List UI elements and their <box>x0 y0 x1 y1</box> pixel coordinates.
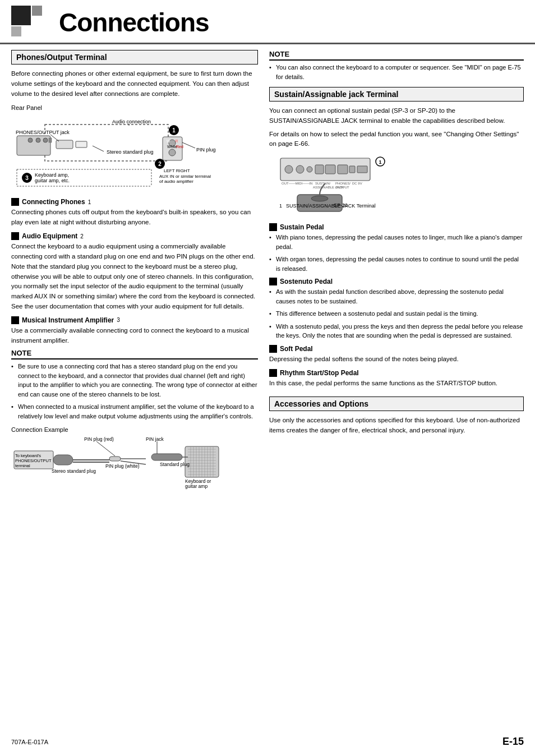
rhythm-pedal-text: In this case, the pedal performs the sam… <box>269 379 524 389</box>
left-note-content: Be sure to use a connecting cord that ha… <box>11 362 258 421</box>
svg-text:DC 9V: DC 9V <box>352 182 362 185</box>
svg-text:Audio connection: Audio connection <box>112 119 151 125</box>
svg-line-80 <box>96 441 115 456</box>
sostenuto-item-1: As with the sustain pedal function descr… <box>269 287 524 306</box>
svg-rect-86 <box>315 165 324 174</box>
svg-rect-75 <box>151 454 182 460</box>
connecting-phones-heading: Connecting Phones 1 <box>11 198 258 206</box>
sustain-pedal-item-2: With organ tones, depressing the pedal c… <box>269 255 524 273</box>
svg-rect-90 <box>357 166 367 173</box>
left-note-title: NOTE <box>11 349 258 359</box>
phones-title: Phones/Output Terminal <box>16 53 253 62</box>
musical-amp-text: Use a commercially available connecting … <box>11 326 258 346</box>
svg-rect-0 <box>11 6 31 25</box>
footer-code: 707A-E-017A <box>11 739 48 745</box>
right-note-box: NOTE You can also connect the keyboard t… <box>269 50 524 81</box>
svg-text:PHONES/OUTPUT: PHONES/OUTPUT <box>15 458 52 463</box>
svg-rect-8 <box>49 138 52 142</box>
rear-panel-label: Rear Panel <box>11 104 258 111</box>
accessories-title: Accessories and Options <box>274 399 519 408</box>
sustain-diagram: OUT——MIDI——IN SUSTAIN/ ASSIGNABLE JACK P… <box>269 153 524 219</box>
svg-text:PHONES/: PHONES/ <box>335 182 350 185</box>
svg-rect-51 <box>109 457 121 461</box>
musical-amp-heading: Musical Instrument Amplifier 3 <box>11 316 258 324</box>
audio-equipment-text: Connect the keyboard to a audio equipmen… <box>11 242 258 312</box>
right-note-title: NOTE <box>269 50 524 61</box>
svg-text:guitar amp, etc.: guitar amp, etc. <box>35 178 70 183</box>
left-column: Phones/Output Terminal Before connecting… <box>11 50 258 493</box>
svg-point-84 <box>296 165 304 173</box>
rhythm-pedal-heading: Rhythm Start/Stop Pedal <box>269 369 524 377</box>
accessories-text: Use only the accessories and options spe… <box>269 416 524 436</box>
right-column: NOTE You can also connect the keyboard t… <box>269 50 524 493</box>
sostenuto-pedal-heading: Sostenuto Pedal <box>269 278 524 285</box>
svg-text:OUTPUT: OUTPUT <box>335 186 349 189</box>
svg-text:1: 1 <box>172 127 176 133</box>
sustain-pedal-content: With piano tones, depressing the pedal c… <box>269 233 524 273</box>
svg-text:Standard plug: Standard plug <box>160 462 190 467</box>
sustain-pedal-heading: Sustain Pedal <box>269 223 524 231</box>
sustain-section-heading: Sustain/Assignable jack Terminal <box>269 87 524 102</box>
svg-rect-6 <box>36 138 40 142</box>
page-footer: 707A-E-017A E-15 <box>11 736 524 748</box>
left-note-item-2: When connected to a musical instrument a… <box>11 402 258 421</box>
svg-text:1: 1 <box>379 159 381 165</box>
soft-pedal-heading: Soft Pedal <box>269 345 524 353</box>
phones-section-heading: Phones/Output Terminal <box>11 50 258 64</box>
page-title: Connections <box>59 7 209 38</box>
svg-text:of audio amplifier: of audio amplifier <box>159 179 193 184</box>
svg-point-85 <box>307 167 312 172</box>
sustain-intro: You can connect an optional sustain peda… <box>269 106 524 126</box>
svg-text:SUSTAIN/ASSIGNABLE JACK Termin: SUSTAIN/ASSIGNABLE JACK Terminal <box>286 203 376 209</box>
connection-example-label: Connection Example <box>11 426 258 433</box>
svg-line-14 <box>93 146 104 151</box>
svg-text:OUT——MIDI——IN: OUT——MIDI——IN <box>282 182 312 185</box>
phones-intro: Before connecting phones or other extern… <box>11 69 258 99</box>
footer-page: E-15 <box>502 736 524 748</box>
svg-text:Stereo standard plug: Stereo standard plug <box>107 149 154 155</box>
svg-text:Keyboard amp,: Keyboard amp, <box>35 172 69 178</box>
sostenuto-item-3: With a sostenuto pedal, you press the ke… <box>269 322 524 340</box>
svg-text:3: 3 <box>25 175 29 181</box>
right-note-content: You can also connect the keyboard to a c… <box>269 63 524 81</box>
svg-text:terminal: terminal <box>15 463 30 468</box>
sustain-title: Sustain/Assignable jack Terminal <box>274 90 519 99</box>
svg-text:PIN jack: PIN jack <box>146 436 164 442</box>
svg-text:Red: Red <box>176 145 183 149</box>
connecting-phones-text: Connecting phones cuts off output from t… <box>11 208 258 228</box>
phones-intro-text: Before connecting phones or other extern… <box>11 69 258 99</box>
svg-rect-5 <box>28 138 33 142</box>
svg-point-100 <box>311 196 328 201</box>
svg-rect-10 <box>76 141 87 147</box>
svg-rect-87 <box>325 165 335 174</box>
svg-text:To keyboard's: To keyboard's <box>15 453 41 458</box>
svg-text:2: 2 <box>158 161 162 167</box>
svg-line-40 <box>182 142 195 148</box>
page-header: Connections <box>0 0 535 44</box>
svg-text:LEFT RIGHT: LEFT RIGHT <box>164 168 190 173</box>
svg-point-21 <box>169 149 176 156</box>
left-note-item-1: Be sure to use a connecting cord that ha… <box>11 362 258 399</box>
sostenuto-pedal-content: As with the sustain pedal function descr… <box>269 287 524 340</box>
svg-rect-2 <box>11 26 21 36</box>
svg-text:SUSTAIN/: SUSTAIN/ <box>315 182 331 185</box>
svg-text:PIN plug (white): PIN plug (white) <box>105 463 140 469</box>
svg-text:R: R <box>175 139 178 143</box>
main-content: Phones/Output Terminal Before connecting… <box>0 50 535 493</box>
accessories-section-heading: Accessories and Options <box>269 397 524 411</box>
svg-text:W: W <box>167 139 170 143</box>
svg-text:PIN plug: PIN plug <box>196 147 216 153</box>
sustain-pedal-item-1: With piano tones, depressing the pedal c… <box>269 233 524 251</box>
sustain-details: For details on how to select the pedal f… <box>269 130 524 150</box>
svg-rect-9 <box>56 140 73 149</box>
svg-text:1: 1 <box>279 203 282 209</box>
svg-rect-89 <box>349 166 355 173</box>
svg-text:Stereo standard plug: Stereo standard plug <box>52 468 96 474</box>
soft-pedal-text: Depressing the pedal softens the sound o… <box>269 354 524 365</box>
svg-rect-1 <box>32 6 42 16</box>
connection-example-diagram: PIN plug (red) PIN jack To keyboard's PH… <box>11 435 258 493</box>
svg-text:PHONES/OUTPUT jack: PHONES/OUTPUT jack <box>16 130 70 135</box>
svg-rect-7 <box>43 138 48 142</box>
left-note-box: NOTE Be sure to use a connecting cord th… <box>11 349 258 421</box>
svg-text:PIN plug (red): PIN plug (red) <box>84 436 114 442</box>
